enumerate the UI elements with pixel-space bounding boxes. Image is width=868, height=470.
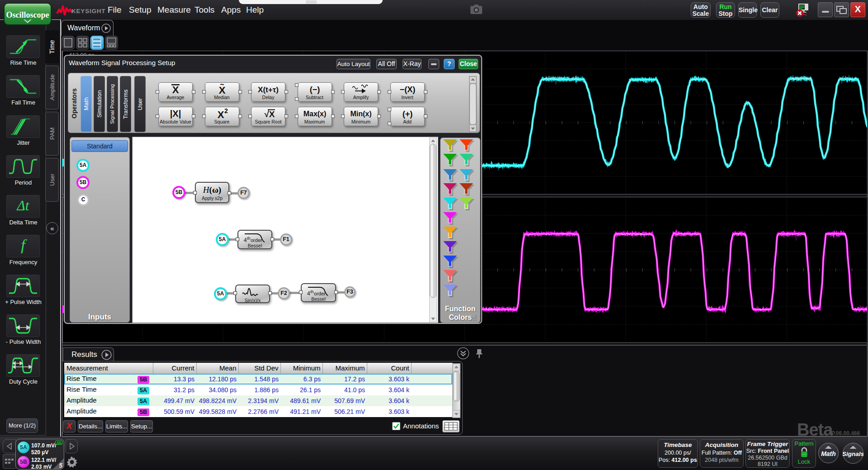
svg-text:(+): (+) <box>402 109 413 119</box>
svg-text:Math: Math <box>821 450 836 457</box>
svg-text:|X|: |X| <box>170 109 181 119</box>
svg-text:4: 4 <box>307 290 310 297</box>
svg-text:4: 4 <box>244 237 247 243</box>
svg-text:th: th <box>247 236 251 241</box>
svg-text:X: X <box>172 84 179 95</box>
svg-text:th: th <box>310 290 314 294</box>
svg-text:order: order <box>251 237 262 243</box>
svg-text:(−): (−) <box>309 85 320 94</box>
svg-text:√X: √X <box>264 109 275 119</box>
svg-text:order: order <box>314 291 326 296</box>
svg-text:−(X): −(X) <box>399 85 415 94</box>
svg-text:Min(x): Min(x) <box>350 110 371 118</box>
svg-text:2: 2 <box>224 108 228 114</box>
svg-text:X(t+τ): X(t+τ) <box>258 85 279 94</box>
svg-text:~: ~ <box>220 83 224 88</box>
svg-text:Max(x): Max(x) <box>303 110 326 118</box>
svg-text:X: X <box>217 109 224 119</box>
svg-text:Signals: Signals <box>843 451 863 457</box>
